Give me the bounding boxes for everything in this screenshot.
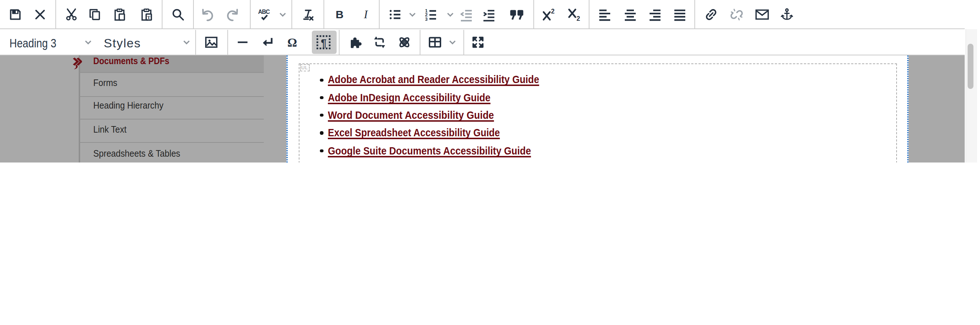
svg-text:ABC: ABC — [258, 8, 270, 14]
svg-text:¶: ¶ — [321, 37, 326, 48]
svg-text:T: T — [147, 14, 150, 20]
svg-text:Ω: Ω — [287, 36, 297, 49]
svg-text:I: I — [363, 8, 368, 21]
svg-text:B: B — [336, 8, 344, 20]
svg-text:3: 3 — [425, 16, 428, 21]
svg-text:2: 2 — [576, 14, 580, 22]
svg-text:2: 2 — [551, 7, 555, 14]
